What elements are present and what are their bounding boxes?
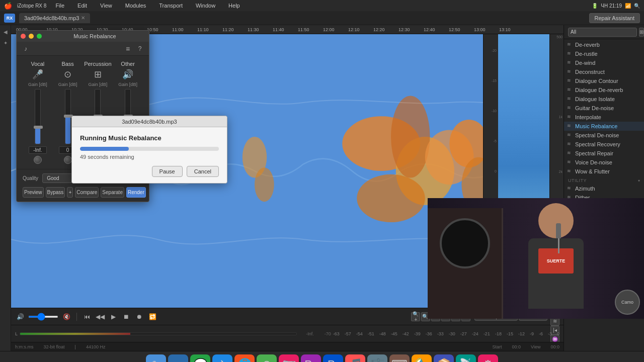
traffic-green[interactable] xyxy=(37,34,42,39)
level-meter-l xyxy=(20,332,297,335)
preview-button[interactable]: Preview xyxy=(23,187,44,198)
microphone xyxy=(553,223,564,253)
bass-knob[interactable] xyxy=(64,156,72,164)
menu-icon[interactable]: ≡ xyxy=(123,44,133,54)
webcam-person-area: SUERTE Camo xyxy=(428,198,644,319)
sidebar-item-wow-flutter[interactable]: ≋ Wow & Flutter xyxy=(564,167,644,176)
sidebar-item-guitar-de-noise[interactable]: ≋ Guitar De-noise xyxy=(564,104,644,113)
sidebar-toggle-btn[interactable]: ◀ xyxy=(1,27,10,36)
sidebar-item-de-wind[interactable]: ≋ De-wind xyxy=(564,58,644,67)
bass-slider[interactable] xyxy=(65,89,71,144)
vocal-knob[interactable] xyxy=(34,156,42,164)
play-icon[interactable]: ▶ xyxy=(108,312,118,322)
dock-whatsapp[interactable]: 💬 xyxy=(190,354,210,363)
tab-bar: RX 3ad09e4dc8b40b.mp3 ✕ Repair Assistant xyxy=(0,11,644,25)
dock-chrome[interactable]: 🌐 xyxy=(234,354,255,363)
dock-obs[interactable]: 📡 xyxy=(456,354,476,363)
menu-window[interactable]: Window xyxy=(192,2,219,10)
menu-file[interactable]: File xyxy=(51,2,68,10)
dock-finder[interactable]: 🗂 xyxy=(146,354,166,363)
sidebar-item-dialogue-isolate[interactable]: ≋ Dialogue Isolate xyxy=(564,95,644,104)
sidebar-item-dialogue-de-reverb[interactable]: ≋ Dialogue De-reverb xyxy=(564,85,644,95)
dock-music[interactable]: 🎵 xyxy=(345,354,365,363)
dock-virtualbox[interactable]: 📦 xyxy=(434,354,454,363)
dock-ps[interactable]: Ps xyxy=(301,354,321,363)
traffic-yellow[interactable] xyxy=(29,34,34,39)
sidebar-item-de-reverb[interactable]: ≋ De-reverb xyxy=(564,40,644,49)
other-gain-label: Gain [dB] xyxy=(118,82,137,87)
repair-assistant-button[interactable]: Repair Assistant xyxy=(589,13,640,23)
dock-izotope2[interactable]: 🎼 xyxy=(367,354,387,363)
volume-icon[interactable]: 🔊 xyxy=(15,312,25,322)
dock-spotlight[interactable]: 🔦 xyxy=(412,354,432,363)
search-icon[interactable]: 🔍 xyxy=(634,3,640,9)
dock-system[interactable]: ⚙ xyxy=(478,354,498,363)
mic-head xyxy=(556,223,561,238)
sidebar-item-music-rebalance[interactable]: ≋ Music Rebalance xyxy=(564,122,644,131)
menu-view[interactable]: View xyxy=(96,2,116,10)
time-mark-12: 12:00 xyxy=(323,27,335,32)
mute-icon[interactable]: 🔇 xyxy=(61,312,71,322)
progress-dialog-titlebar: 3ad09e4dc8b40b.mp3 xyxy=(72,116,227,127)
bypass-button[interactable]: Bypass xyxy=(46,187,65,198)
sidebar-item-spectral-de-noise[interactable]: ≋ Spectral De-noise xyxy=(564,131,644,140)
percussion-icon: ⊞ xyxy=(94,69,102,80)
pause-button[interactable]: Pause xyxy=(152,166,183,177)
dock-premiere[interactable]: Pr xyxy=(323,354,343,363)
menu-help[interactable]: Help xyxy=(224,2,244,10)
sidebar-item-spectral-recovery[interactable]: ≋ Spectral Recovery xyxy=(564,140,644,149)
help-icon[interactable]: ? xyxy=(135,44,145,54)
progress-dialog-filename: 3ad09e4dc8b40b.mp3 xyxy=(122,119,177,125)
level-db-l: -70 xyxy=(316,331,331,336)
render-button[interactable]: Render xyxy=(126,187,146,198)
sidebar-item-dialogue-contour[interactable]: ≋ Dialogue Contour xyxy=(564,76,644,85)
action-buttons: Preview Bypass + Compare Separate Render xyxy=(23,187,143,198)
time-mark-19: 13:10 xyxy=(499,27,511,32)
sidebar-filter-input[interactable] xyxy=(568,28,637,37)
dock-safari[interactable]: ⊕ xyxy=(257,354,277,363)
file-tab[interactable]: 3ad09e4dc8b40b.mp3 ✕ xyxy=(19,13,90,23)
sidebar-item-de-rustle[interactable]: ≋ De-rustle xyxy=(564,49,644,58)
record-icon[interactable]: ⏺ xyxy=(134,312,144,322)
mac-bar-right: 🔋 ЧН 21:19 📶 🔍 xyxy=(592,3,640,9)
channel-vocal: Vocal 🎤 Gain [dB] -Inf. xyxy=(23,61,52,164)
bypass-extra-button[interactable]: + xyxy=(67,187,73,198)
progress-bar-fill xyxy=(80,147,129,151)
sidebar-item-voice-de-noise[interactable]: ≋ Voice De-noise xyxy=(564,158,644,167)
piano-icon[interactable]: ♪ xyxy=(21,44,31,54)
sidebar-item-deconstruct[interactable]: ≋ Deconstruct xyxy=(564,67,644,76)
traffic-red[interactable] xyxy=(21,34,26,39)
time-mark-7: 11:10 xyxy=(197,27,209,32)
volume-slider[interactable] xyxy=(28,316,58,318)
menu-transport[interactable]: Transport xyxy=(155,2,187,10)
dock-izotope[interactable]: RX xyxy=(168,354,188,363)
separate-button[interactable]: Separate xyxy=(101,187,124,198)
cancel-button[interactable]: Cancel xyxy=(187,166,219,177)
sidebar-section-utility[interactable]: Utility ▾ xyxy=(564,176,644,184)
vocal-slider[interactable] xyxy=(35,89,41,144)
stop-icon[interactable]: ⏹ xyxy=(121,312,131,322)
sidebar-item-interpolate[interactable]: ≋ Interpolate xyxy=(564,113,644,122)
rewind-icon[interactable]: ◀◀ xyxy=(95,312,105,322)
other-label: Other xyxy=(121,61,135,67)
dock-terminal[interactable]: ⌨ xyxy=(389,354,410,363)
dock-telegram[interactable]: ✈ xyxy=(212,354,232,363)
sidebar-item-azimuth[interactable]: ≋ Azimuth xyxy=(564,184,644,193)
progress-time-remaining: 49 seconds remaining xyxy=(80,154,219,160)
menu-modules[interactable]: Modules xyxy=(121,2,150,10)
compare-button[interactable]: Compare xyxy=(75,187,99,198)
zoom-in-h-icon[interactable]: 🔍+ xyxy=(411,312,420,321)
music-rebalance-icon: ≋ xyxy=(567,123,571,128)
sidebar-grid-button[interactable]: ⊞ xyxy=(639,28,644,37)
sidebar-item-spectral-repair[interactable]: ≋ Spectral Repair xyxy=(564,149,644,158)
menu-edit[interactable]: Edit xyxy=(73,2,91,10)
skip-start-icon[interactable]: ⏮ xyxy=(82,312,92,322)
loop-icon[interactable]: 🔁 xyxy=(147,312,157,322)
sidebar-tool-btn[interactable]: ✦ xyxy=(1,38,10,47)
app-logo-box: RX xyxy=(4,14,15,23)
vocal-thumb[interactable] xyxy=(34,126,43,129)
tab-close-icon[interactable]: ✕ xyxy=(81,15,85,21)
wow-flutter-icon: ≋ xyxy=(567,168,571,173)
apple-menu[interactable]: 🍎 xyxy=(4,2,12,10)
dock-photos[interactable]: 📷 xyxy=(279,354,299,363)
